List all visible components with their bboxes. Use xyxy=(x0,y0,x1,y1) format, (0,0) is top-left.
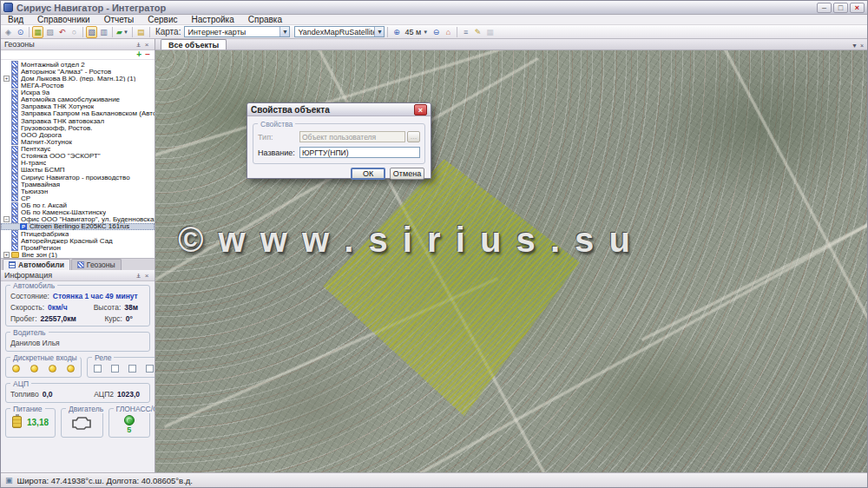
map-provider-combobox[interactable]: YandexMapRuSatellite ▼ xyxy=(294,26,385,37)
tree-item-label: МЕГА-Ростов xyxy=(21,82,64,89)
vehicles-tab-icon xyxy=(9,261,16,268)
close-icon[interactable]: × xyxy=(142,272,151,280)
menu-item-Отчеты[interactable]: Отчеты xyxy=(97,15,141,25)
expand-icon[interactable]: + xyxy=(3,76,10,82)
tree-row[interactable]: Авторейнджер Красный Сад xyxy=(1,237,155,244)
chart-icon[interactable]: ▤ xyxy=(135,26,147,38)
zoom-out-icon[interactable]: ⊖ xyxy=(431,26,442,38)
refresh-icon[interactable]: ○ xyxy=(69,26,80,38)
add-geozone-button[interactable]: + xyxy=(136,50,141,59)
name-field[interactable] xyxy=(299,147,420,158)
zoom-scale-dropdown[interactable]: 45 м▼ xyxy=(403,28,430,36)
tree-row[interactable]: Шахты БСМП xyxy=(1,167,155,174)
menu-item-Справочники[interactable]: Справочники xyxy=(30,15,97,25)
tree-row[interactable]: Стоянка ООО "ЭСКОРТ" xyxy=(1,153,155,160)
tree-row[interactable]: Тьюизэн xyxy=(1,188,155,195)
map-source-combobox[interactable]: Интернет-карты ▼ xyxy=(184,26,290,37)
show-geozones-icon[interactable]: ▦ xyxy=(32,26,43,38)
tree-row[interactable]: Магнит-Хотунок xyxy=(1,138,155,145)
ok-button[interactable]: ОК xyxy=(351,168,385,180)
zoom-in-icon[interactable]: ⊕ xyxy=(391,26,402,38)
menu-item-Справка[interactable]: Справка xyxy=(241,15,289,25)
computer-icon: ▣ xyxy=(5,476,13,485)
browse-button[interactable]: … xyxy=(407,131,420,142)
tree-row[interactable]: Трамвайная xyxy=(1,181,155,188)
tree-row[interactable]: Заправка Газпром на Баклановском (Автово… xyxy=(1,110,155,117)
tree-row[interactable]: Птицефабрика xyxy=(1,230,155,237)
tree-item-label: Авторейнджер Красный Сад xyxy=(21,237,113,244)
relay-checkbox[interactable] xyxy=(111,365,119,373)
tree-row[interactable]: +Вне зон (1) xyxy=(1,251,155,258)
cursor-icon-glyph: ◈ xyxy=(5,28,11,36)
tree-row[interactable]: Искра 9а xyxy=(1,89,155,96)
tree-row[interactable]: Автомойка самообслуживание xyxy=(1,96,155,103)
tab-vehicles[interactable]: Автомобили xyxy=(3,259,70,270)
tree-row[interactable]: ПромРегион xyxy=(1,244,155,251)
pin-icon[interactable]: Ŧ xyxy=(134,41,142,49)
chevron-down-icon[interactable]: ▼ xyxy=(374,27,384,36)
minimize-button[interactable]: – xyxy=(817,3,832,13)
restore-button[interactable]: □ xyxy=(833,3,848,13)
tree-row[interactable]: Монтажный отдел 2 xyxy=(1,61,155,68)
tree-row[interactable]: ООО Дорога xyxy=(1,131,155,138)
vehicle-group: Автомобиль Состояние: Стоянка 1 час 49 м… xyxy=(5,285,150,326)
tree-row[interactable]: −Офис ООО "Навигатор", ул. Буденновская,… xyxy=(1,216,155,223)
tree-row[interactable]: Заправка ТНК автовокзал xyxy=(1,117,155,124)
zoom-scale-value: 45 м xyxy=(404,28,421,36)
levels-icon[interactable]: ▥ xyxy=(98,26,109,38)
expand-icon[interactable]: + xyxy=(3,252,10,258)
menu-item-Вид[interactable]: Вид xyxy=(1,15,30,25)
close-icon[interactable]: × xyxy=(142,41,151,49)
tab-geozones-label: Геозоны xyxy=(87,260,115,269)
tree-item-label: Магнит-Хотунок xyxy=(21,138,72,145)
close-icon[interactable]: × xyxy=(860,43,864,49)
tree-row[interactable]: СР xyxy=(1,195,155,201)
tree-row[interactable]: Н-транс xyxy=(1,160,155,167)
tab-all-objects[interactable]: Все объекты xyxy=(161,39,227,49)
menu-item-Сервис[interactable]: Сервис xyxy=(141,15,184,25)
remove-geozone-button[interactable]: − xyxy=(145,50,150,59)
driver-group-title: Водитель xyxy=(10,328,49,337)
collapse-icon[interactable]: − xyxy=(3,216,10,222)
levels-icon-glyph: ▥ xyxy=(100,28,108,36)
chevron-down-icon[interactable]: ▼ xyxy=(852,43,858,49)
tab-geozones[interactable]: Геозоны xyxy=(71,259,122,270)
edit-note-icon[interactable]: ✎ xyxy=(472,26,483,38)
relay-checkbox[interactable] xyxy=(94,365,102,373)
home-icon[interactable]: ⌂ xyxy=(443,26,454,38)
mileage-value: 22557,0км xyxy=(41,314,76,323)
dialog-title-bar[interactable]: Свойства объекта × xyxy=(247,103,431,116)
close-icon[interactable]: × xyxy=(414,104,427,115)
cancel-button[interactable]: Отмена xyxy=(390,168,424,180)
tree-row[interactable]: МЕГА-Ростов xyxy=(1,82,155,89)
pin-icon[interactable]: Ŧ xyxy=(134,272,142,280)
tree-row[interactable]: Авторынок "Алмаз" - Ростов xyxy=(1,68,155,75)
chevron-down-icon[interactable]: ▼ xyxy=(279,27,289,36)
vehicle-menu-icon[interactable]: ▰▼ xyxy=(115,26,129,38)
map-tab-strip: Все объекты ▼ × xyxy=(155,39,867,50)
tree-row[interactable]: PCitroen Berlingo Е205КС 161rus xyxy=(1,223,155,230)
tree-row[interactable]: Заправка ТНК Хотунок xyxy=(1,103,155,110)
relay-checkboxes xyxy=(92,364,155,374)
search-address-icon[interactable]: ⊙ xyxy=(15,26,26,38)
relay-checkbox[interactable] xyxy=(128,365,136,373)
relay-checkbox[interactable] xyxy=(146,365,154,373)
legend-icon[interactable]: ≡ xyxy=(460,26,471,38)
tree-row[interactable]: +Дом Лыкова В.Ю. (пер. Магн.12) (1) xyxy=(1,75,155,82)
geozone-tree-toolbar: + − xyxy=(1,50,155,60)
tree-item-label: Грузовозофф, Ростов. xyxy=(21,124,92,131)
tree-row[interactable]: Сириус Навигатор - производство xyxy=(1,174,155,181)
close-button[interactable]: × xyxy=(850,3,865,13)
power-group: Питание 13,18 xyxy=(5,408,56,438)
cursor-icon[interactable]: ◈ xyxy=(3,26,14,38)
undo-icon[interactable]: ↶ xyxy=(56,26,68,38)
menu-item-Настройка[interactable]: Настройка xyxy=(185,15,241,25)
power-group-title: Питание xyxy=(10,405,45,413)
tree-row[interactable]: Грузовозофф, Ростов. xyxy=(1,124,155,131)
tree-row[interactable]: ОБ по Каменск-Шахтинску xyxy=(1,209,155,216)
select-region-icon[interactable]: ▧ xyxy=(86,26,97,38)
satellite-map[interactable]: © w w w . s i r i u s . s u Свойства объ… xyxy=(155,50,867,472)
geozone-search-icon[interactable]: ▨ xyxy=(44,26,56,38)
tree-row[interactable]: Пентхаус xyxy=(1,146,155,153)
tree-row[interactable]: ОБ по г. Аксай xyxy=(1,202,155,209)
